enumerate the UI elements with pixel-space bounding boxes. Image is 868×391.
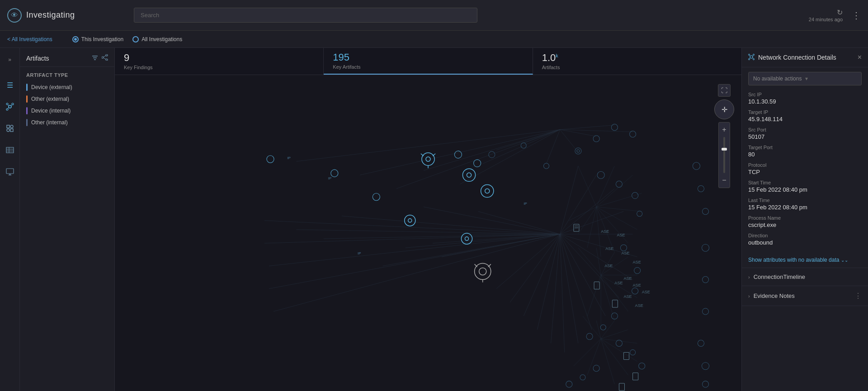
svg-text:IP: IP — [328, 176, 332, 180]
artifact-type-item[interactable]: Other (external) — [20, 93, 114, 105]
svg-text:ASE: ASE — [621, 251, 629, 255]
zoom-thumb — [722, 148, 727, 151]
detail-value: 15 Feb 2022 08:40 pm — [748, 186, 862, 193]
type-color-bar — [26, 119, 28, 126]
detail-section: Src IP 10.1.30.59Target IP 45.9.148.114S… — [742, 90, 868, 254]
nav-list-icon[interactable]: ☰ — [3, 78, 17, 92]
radio-all-investigations[interactable]: All Investigations — [132, 36, 182, 42]
pan-control[interactable]: ✛ — [714, 99, 734, 119]
artifacts-header: Artifacts — [20, 48, 114, 67]
stat-findings-label: Key Findings — [124, 65, 314, 70]
stat-key-artifacts[interactable]: 195 Key Artifacts — [324, 48, 533, 75]
artifact-type-label: Other (internal) — [31, 119, 68, 126]
artifact-type-item[interactable]: Device (external) — [20, 81, 114, 93]
search-input[interactable] — [134, 8, 477, 23]
artifacts-title: Artifacts — [26, 55, 88, 62]
svg-point-128 — [693, 162, 700, 170]
stat-artifacts-total[interactable]: 1.0k Artifacts — [533, 48, 741, 75]
artifact-type-label: Other (external) — [31, 96, 69, 102]
svg-point-184 — [750, 56, 753, 58]
svg-point-187 — [749, 58, 750, 60]
share-icon[interactable] — [102, 54, 108, 62]
svg-point-186 — [753, 54, 755, 55]
stat-artifacts-number: 195 — [333, 52, 523, 63]
sync-info: ↻ 24 minutes ago — [809, 8, 843, 22]
svg-text:ASE: ASE — [605, 246, 613, 251]
svg-line-4 — [8, 105, 9, 106]
stat-findings-number: 9 — [124, 52, 314, 63]
stat-total-label: Artifacts — [542, 65, 732, 70]
svg-text:ASE: ASE — [642, 290, 650, 294]
type-color-bar — [26, 107, 28, 114]
close-panel-button[interactable]: × — [858, 53, 862, 61]
artifact-type-label: Device (internal) — [31, 108, 71, 114]
zoom-out-button[interactable]: − — [719, 175, 730, 186]
dropdown-arrow-icon: ▾ — [805, 75, 857, 82]
zoom-in-button[interactable]: + — [719, 124, 730, 135]
detail-label: Direction — [748, 233, 862, 238]
detail-label: Process Name — [748, 215, 862, 221]
detail-label: Src Port — [748, 127, 862, 132]
svg-point-132 — [702, 277, 708, 283]
back-link[interactable]: < All Investigations — [7, 36, 52, 42]
radio-this-investigation[interactable]: This Investigation — [72, 36, 123, 42]
svg-text:ASE: ASE — [604, 264, 613, 268]
svg-point-0 — [9, 105, 11, 108]
show-attributes-link[interactable]: Show attributes with no available data ⌄… — [742, 254, 868, 268]
svg-text:IP: IP — [287, 156, 291, 160]
detail-label: Src IP — [748, 92, 862, 97]
svg-text:ASE: ASE — [623, 276, 632, 281]
detail-value: 45.9.148.114 — [748, 116, 862, 122]
artifacts-panel: Artifacts Artifact type Devi — [20, 48, 115, 391]
search-bar — [134, 8, 477, 23]
svg-line-189 — [750, 55, 750, 56]
sync-icon: ↻ — [809, 8, 843, 17]
detail-value: 10.1.30.59 — [748, 98, 862, 105]
svg-line-6 — [8, 108, 9, 109]
filter-icon[interactable] — [92, 55, 98, 62]
svg-line-24 — [104, 56, 106, 57]
detail-row: Protocol TCP — [748, 162, 862, 175]
stat-key-findings[interactable]: 9 Key Findings — [115, 48, 324, 75]
scope-radio-group: This Investigation All Investigations — [72, 36, 182, 42]
svg-text:ASE: ASE — [623, 294, 632, 299]
panel-title: Network Connection Details — [758, 54, 854, 61]
artifact-type-item[interactable]: Other (internal) — [20, 117, 114, 128]
detail-label: Start Time — [748, 180, 862, 185]
collapsible-header[interactable]: › Evidence Notes ⋮ — [742, 286, 868, 306]
svg-point-10 — [7, 129, 9, 132]
stat-total-number: 1.0k — [542, 52, 732, 63]
detail-row: Process Name cscript.exe — [748, 215, 862, 228]
svg-text:ASE: ASE — [614, 281, 623, 285]
right-panel-header: Network Connection Details × — [742, 48, 868, 67]
collapsible-header[interactable]: › ConnectionTimeline — [742, 268, 868, 286]
collapsible-section-1: › Evidence Notes ⋮ — [742, 286, 868, 306]
section-more-icon[interactable]: ⋮ — [854, 292, 862, 300]
nav-monitor-icon[interactable] — [3, 165, 17, 179]
detail-label: Target Port — [748, 145, 862, 150]
svg-point-136 — [702, 381, 708, 387]
expand-button[interactable]: ⛶ — [718, 84, 731, 97]
artifact-type-item[interactable]: Device (internal) — [20, 105, 114, 117]
nav-graph-icon[interactable] — [3, 99, 17, 114]
detail-value: 15 Feb 2022 08:40 pm — [748, 204, 862, 211]
network-icon — [748, 54, 755, 61]
detail-value: cscript.exe — [748, 221, 862, 228]
svg-line-191 — [750, 57, 750, 58]
sync-time: 24 minutes ago — [809, 17, 843, 22]
nav-table-icon[interactable] — [3, 143, 17, 157]
collapse-sidebar-button[interactable]: » — [3, 52, 17, 67]
detail-label: Protocol — [748, 162, 862, 168]
type-color-bar — [26, 84, 28, 91]
actions-dropdown[interactable]: No available actions ▾ — [748, 72, 862, 85]
artifact-types-list: Device (external) Other (external) Devic… — [20, 81, 114, 128]
svg-point-188 — [753, 58, 755, 60]
more-options-button[interactable]: ⋮ — [852, 10, 861, 21]
zoom-slider[interactable]: + − — [718, 122, 730, 188]
logo-area: 👁 Investigating — [7, 8, 125, 23]
svg-line-25 — [104, 58, 106, 59]
radio-this-dot — [72, 36, 79, 42]
detail-row: Start Time 15 Feb 2022 08:40 pm — [748, 180, 862, 193]
graph-canvas: ASE ASE ASE ASE ASE ASE ASE ASE ASE ASE … — [115, 75, 741, 391]
nav-shapes-icon[interactable] — [3, 121, 17, 136]
